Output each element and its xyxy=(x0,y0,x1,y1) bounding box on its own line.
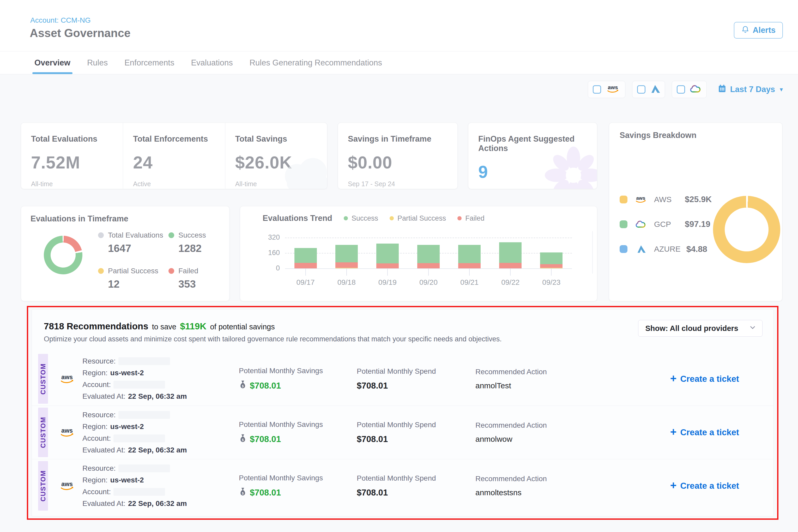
column-header: Recommended Action xyxy=(475,368,611,376)
column-header: Potential Monthly Spend xyxy=(357,474,475,482)
column-header: Potential Monthly Spend xyxy=(357,367,475,376)
azure-checkbox[interactable] xyxy=(637,85,645,94)
region-value: us-west-2 xyxy=(110,369,144,377)
savings-value: $708.01 xyxy=(250,381,281,391)
aws-swatch xyxy=(620,195,627,204)
stat-label: Total Savings xyxy=(235,134,327,144)
caret-down-icon: ▾ xyxy=(780,86,783,93)
evaluated-label: Evaluated At: xyxy=(82,499,126,508)
create-ticket-label: Create a ticket xyxy=(680,374,739,384)
cloud-provider-filter-dropdown[interactable]: Show: All cloud providers xyxy=(638,320,762,337)
create-ticket-label: Create a ticket xyxy=(680,428,739,437)
column-header: Potential Monthly Savings xyxy=(239,474,357,482)
finops-actions-stat: FinOps Agent Suggested Actions 9 Enforce… xyxy=(468,123,597,189)
total-evaluations-dot xyxy=(98,232,104,238)
plus-icon: + xyxy=(670,480,677,491)
aws-checkbox[interactable] xyxy=(593,85,601,94)
region-label: Region: xyxy=(82,422,108,431)
recommendation-row: CUSTOM aws Resource: Region:us-west-2 Ac… xyxy=(32,459,774,512)
date-range-picker[interactable]: Last 7 Days ▾ xyxy=(718,84,783,95)
evaluated-label: Evaluated At: xyxy=(82,392,126,401)
tab-enforcements[interactable]: Enforcements xyxy=(125,51,174,74)
legend-label: Partial Success xyxy=(108,267,158,275)
legend-value: 353 xyxy=(178,278,206,290)
custom-tag: CUSTOM xyxy=(38,354,48,404)
date-range-label: Last 7 Days xyxy=(730,85,775,94)
evaluations-timeframe-donut-chart xyxy=(44,236,82,274)
stat-label: Total Enforcements xyxy=(133,134,225,144)
svg-text:aws: aws xyxy=(608,84,618,90)
legend-label: Failed xyxy=(178,267,198,275)
aws-filter-chip[interactable]: aws xyxy=(588,81,625,98)
total-enforcements-stat: Total Enforcements 24 Active xyxy=(123,123,225,189)
aws-icon: aws xyxy=(633,195,648,204)
evaluated-value: 22 Sep, 06:32 am xyxy=(128,446,187,454)
savings-value: $708.01 xyxy=(250,434,281,444)
region-label: Region: xyxy=(82,476,108,484)
legend-item-success: Success 1282 xyxy=(169,231,206,254)
redacted-resource-value xyxy=(118,357,170,365)
resource-details: Resource: Region:us-west-2 Account: Eval… xyxy=(82,411,239,454)
svg-text:$: $ xyxy=(242,438,244,441)
legend-item-partial-success: Partial Success 12 xyxy=(98,267,169,290)
action-value: anmoltestsns xyxy=(475,488,611,497)
legend-label: Failed xyxy=(465,214,484,223)
recommendations-amount: $119K xyxy=(180,321,206,331)
alerts-button[interactable]: Alerts xyxy=(734,22,783,39)
create-ticket-button[interactable]: + Create a ticket xyxy=(670,374,739,384)
recommended-action: Recommended Action anmoltestsns xyxy=(475,475,611,497)
tab-evaluations[interactable]: Evaluations xyxy=(191,51,233,74)
cloud-watermark-icon xyxy=(275,154,327,189)
savings-in-timeframe-stat: Savings in Timeframe $0.00 Sep 17 - Sep … xyxy=(338,123,457,188)
legend-value: 1282 xyxy=(178,243,206,254)
success-dot xyxy=(344,216,348,220)
legend-item-failed: Failed 353 xyxy=(169,267,206,290)
legend-label: GCP xyxy=(654,220,679,229)
success-dot xyxy=(169,232,174,238)
legend-value: 12 xyxy=(108,278,169,290)
legend-item-total-evaluations: Total Evaluations 1647 xyxy=(98,231,169,254)
tab-rules-generating-recommendations[interactable]: Rules Generating Recommendations xyxy=(250,51,382,74)
account-breadcrumb[interactable]: Account: CCM-NG xyxy=(30,16,91,24)
azure-filter-chip[interactable] xyxy=(632,81,665,98)
calendar-icon xyxy=(718,84,726,95)
recommendations-panel: 7818 Recommendations to save $119K of po… xyxy=(32,309,774,516)
legend-item-azure: AZURE $4.88 xyxy=(620,244,712,254)
create-ticket-button[interactable]: + Create a ticket xyxy=(670,428,739,437)
stat-label: Total Evaluations xyxy=(31,134,123,144)
legend-label: AZURE xyxy=(654,245,681,253)
evaluations-timeframe-title: Evaluations in Timeframe xyxy=(31,214,128,224)
legend-label: Partial Success xyxy=(397,214,446,223)
gcp-checkbox[interactable] xyxy=(677,85,685,94)
evaluated-label: Evaluated At: xyxy=(82,446,126,454)
azure-swatch xyxy=(620,245,627,253)
partial-success-dot xyxy=(98,268,104,274)
aws-icon: aws xyxy=(605,84,621,95)
savings-value: $708.01 xyxy=(250,488,281,498)
account-label: Account: xyxy=(82,434,111,442)
failed-dot xyxy=(169,268,174,274)
savings-breakdown-card: Savings Breakdown aws AWS $25.9K xyxy=(609,122,782,301)
legend-value: $25.9K xyxy=(685,194,712,204)
gcp-filter-chip[interactable] xyxy=(672,81,707,98)
svg-text:$: $ xyxy=(242,491,244,495)
region-value: us-west-2 xyxy=(110,476,144,484)
recommendations-count: 7818 Recommendations xyxy=(44,321,148,331)
create-ticket-button[interactable]: + Create a ticket xyxy=(670,481,739,491)
evaluations-timeframe-card: Evaluations in Timeframe Total Evaluatio… xyxy=(21,206,229,301)
recommended-action: Recommended Action anmolTest xyxy=(475,368,611,390)
page-title: Asset Governance xyxy=(30,26,130,40)
legend-item-aws: aws AWS $25.9K xyxy=(620,194,712,204)
column-header: Recommended Action xyxy=(475,421,611,430)
money-bag-icon: $ xyxy=(239,488,247,498)
total-evaluations-stat: Total Evaluations 7.52M All-time xyxy=(21,123,123,189)
legend-label: AWS xyxy=(654,195,679,204)
gcp-icon xyxy=(633,220,648,229)
chevron-down-icon xyxy=(749,324,757,333)
redacted-account-value xyxy=(113,488,165,496)
tab-overview[interactable]: Overview xyxy=(34,51,71,74)
aws-icon: aws xyxy=(52,480,82,491)
svg-text:aws: aws xyxy=(636,195,645,201)
dropdown-label: Show: All cloud providers xyxy=(645,324,738,333)
tab-rules[interactable]: Rules xyxy=(87,51,108,74)
